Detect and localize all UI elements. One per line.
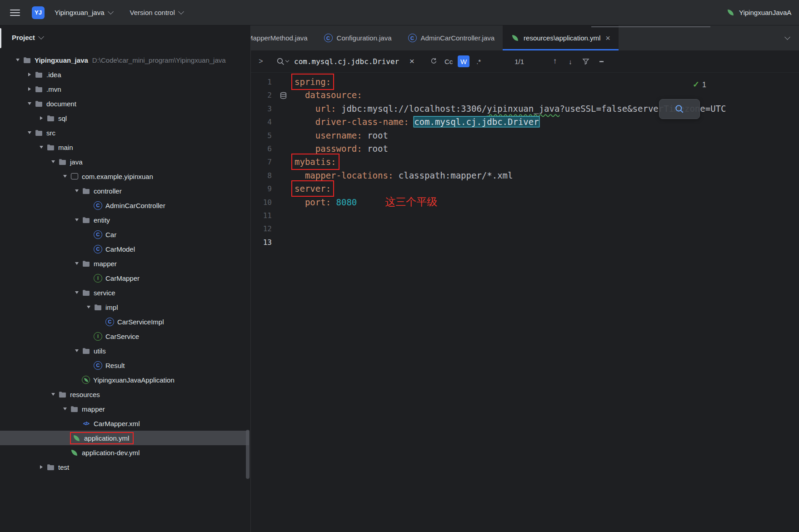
regex-button[interactable]: .* <box>472 55 485 67</box>
chevron-down-icon[interactable] <box>13 59 23 61</box>
tool-window-indicator <box>0 28 1 48</box>
tab-configuration-java[interactable]: CConfiguration.java <box>316 25 400 50</box>
chevron-down-icon[interactable] <box>72 189 82 192</box>
chevron-down-icon <box>108 9 114 15</box>
chevron-down-icon[interactable] <box>72 349 82 352</box>
previous-occurrence-button[interactable]: ↑ <box>549 55 561 67</box>
tree-item-application-yml[interactable]: application.yml <box>0 431 249 445</box>
inspections-widget[interactable]: ✓ 1 <box>693 78 706 91</box>
tree-item-entity[interactable]: entity <box>0 213 249 227</box>
tab-admincarcontroller-java[interactable]: CAdminCarController.java <box>400 25 503 50</box>
hover-lens-widget[interactable] <box>659 99 700 119</box>
tree-item-label: test <box>58 463 69 471</box>
tree-item-result[interactable]: CResult <box>0 358 249 373</box>
tree-item-main[interactable]: main <box>0 140 249 154</box>
tree-item-mapper[interactable]: mapper <box>0 256 249 271</box>
run-configuration[interactable]: YipingxuanJavaA <box>726 8 799 17</box>
tree-item-sql[interactable]: sql <box>0 111 249 125</box>
tree-item-controller[interactable]: controller <box>0 184 249 198</box>
interface-icon: I <box>94 332 102 341</box>
chevron-down-icon[interactable] <box>72 291 82 294</box>
tree-item-carserviceimpl[interactable]: CCarServiceImpl <box>0 314 249 329</box>
tree-item-com-example-yipinxuan[interactable]: com.example.yipinxuan <box>0 169 249 184</box>
words-button[interactable]: W <box>458 55 469 67</box>
project-tree: Yipingxuan_javaD:\Code\car_mini_program\… <box>0 49 249 532</box>
chevron-down-icon[interactable] <box>36 146 46 149</box>
tree-item-label: CarService <box>105 333 139 340</box>
chevron-right-icon[interactable] <box>25 73 35 76</box>
chevron-down-icon[interactable] <box>72 219 82 221</box>
chevron-right-icon[interactable] <box>25 87 35 91</box>
clear-search-icon[interactable]: × <box>405 55 418 67</box>
line-number: 9 <box>251 182 272 195</box>
tree-item-yipingxuanjavaapplication[interactable]: YipingxuanJavaApplication <box>0 373 249 387</box>
filter-icon[interactable] <box>579 55 592 67</box>
tree-item-carservice[interactable]: ICarService <box>0 329 249 343</box>
expand-search-button[interactable]: > <box>251 57 271 65</box>
tree-item-label: .mvn <box>46 85 61 93</box>
package-icon <box>70 172 79 181</box>
project-panel-header[interactable]: Project <box>0 25 250 49</box>
tab-resources-application-yml[interactable]: resources\application.yml× <box>503 25 619 50</box>
next-occurrence-button[interactable]: ↓ <box>564 55 577 67</box>
tree-item-application-dev-yml[interactable]: application-dev.yml <box>0 445 249 460</box>
tree-item-label: document <box>46 100 76 108</box>
vcs-selector[interactable]: Version control <box>126 6 187 19</box>
tree-item-yipingxuan-java[interactable]: Yipingxuan_javaD:\Code\car_mini_program\… <box>0 53 249 67</box>
scrollbar-thumb[interactable] <box>246 430 250 479</box>
tree-item-car[interactable]: CCar <box>0 227 249 242</box>
tree-item-document[interactable]: document <box>0 96 249 111</box>
line-number: 5 <box>251 129 272 142</box>
more-options-icon[interactable] <box>595 55 608 67</box>
tree-item-path: D:\Code\car_mini_program\Yipingxuan_java <box>92 56 249 64</box>
match-case-button[interactable]: Cc <box>442 55 455 67</box>
tree-item-impl[interactable]: impl <box>0 300 249 314</box>
code-line-13: 13 <box>251 236 799 249</box>
tree-item-idea[interactable]: .idea <box>0 67 249 82</box>
chevron-down-icon[interactable] <box>60 408 70 410</box>
editor-tabs: MapperMethod.javaCConfiguration.javaCAdm… <box>251 25 619 50</box>
more-tabs-button[interactable] <box>775 25 799 50</box>
tree-item-mapper[interactable]: mapper <box>0 402 249 416</box>
search-newline-icon[interactable] <box>427 55 439 67</box>
project-selector[interactable]: Yipingxuan_java <box>51 6 116 19</box>
tree-item-label: utils <box>94 347 106 355</box>
code-line-text: username: root <box>295 129 388 142</box>
app-logo[interactable]: YJ <box>32 6 45 19</box>
tree-item-label: mapper <box>94 260 117 268</box>
search-input[interactable]: com.mysql.cj.jdbc.Driver <box>294 57 399 66</box>
close-icon[interactable]: × <box>605 34 610 42</box>
chevron-down-icon[interactable] <box>25 102 35 105</box>
tree-item-mvn[interactable]: .mvn <box>0 82 249 96</box>
project-panel-title: Project <box>12 34 35 41</box>
tree-item-service[interactable]: service <box>0 285 249 300</box>
chevron-down-icon[interactable] <box>60 175 70 178</box>
chevron-down-icon[interactable] <box>72 262 82 265</box>
chevron-right-icon[interactable] <box>36 116 46 120</box>
spring-leaf-icon <box>511 34 519 42</box>
find-bar: > com.mysql.cj.jdbc.Driver × Cc W .* 1/1… <box>251 50 799 73</box>
tree-item-resources[interactable]: resources <box>0 387 249 402</box>
tree-item-test[interactable]: test <box>0 460 249 474</box>
tab-mappermethod-java[interactable]: MapperMethod.java <box>251 25 316 50</box>
tree-item-src[interactable]: src <box>0 125 249 140</box>
chevron-right-icon[interactable] <box>36 465 46 469</box>
hamburger-menu-icon[interactable] <box>10 8 20 18</box>
project-folder-icon <box>23 56 31 65</box>
tree-item-carmapper-xml[interactable]: </>CarMapper.xml <box>0 416 249 431</box>
tree-item-java[interactable]: java <box>0 154 249 169</box>
folder-icon <box>35 99 43 108</box>
search-icon[interactable] <box>276 57 289 66</box>
code-line-text: spring: <box>295 75 331 89</box>
tree-item-utils[interactable]: utils <box>0 343 249 358</box>
chevron-down-icon[interactable] <box>48 393 58 396</box>
chevron-down-icon[interactable] <box>84 306 94 308</box>
tree-item-carmapper[interactable]: ICarMapper <box>0 271 249 285</box>
interface-icon: I <box>94 274 102 283</box>
class-icon: C <box>105 318 114 326</box>
tree-item-admincarcontroller[interactable]: CAdminCarController <box>0 198 249 213</box>
chevron-down-icon[interactable] <box>25 131 35 134</box>
code-editor[interactable]: 1spring:2 datasource:3 url: jdbc:mysql:/… <box>251 73 799 532</box>
chevron-down-icon[interactable] <box>48 160 58 163</box>
tree-item-carmodel[interactable]: CCarModel <box>0 242 249 256</box>
